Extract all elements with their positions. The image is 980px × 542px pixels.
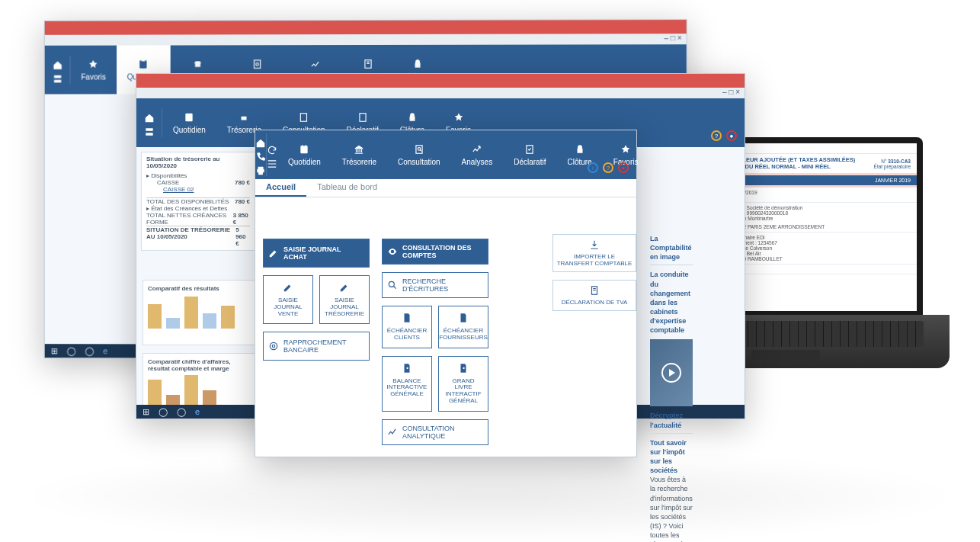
pencil-icon — [283, 282, 293, 293]
bank-icon — [354, 144, 364, 155]
svg-rect-0 — [139, 60, 146, 68]
svg-rect-6 — [300, 113, 306, 121]
phone-icon[interactable] — [255, 152, 266, 162]
tab-label: Consultation — [398, 158, 440, 166]
doc-icon — [458, 313, 469, 323]
svg-rect-9 — [302, 145, 303, 146]
quick-links: IMPORTER LE TRANSFERT COMPTABLE DÉCLARAT… — [552, 234, 636, 444]
card-rapprochement[interactable]: RAPPROCHEMENT BANCAIRE — [263, 332, 370, 361]
svg-point-15 — [272, 345, 275, 348]
lock-icon — [575, 144, 585, 155]
card-label: ÉCHÉANCIER CLIENTS — [387, 328, 427, 342]
card-label: CONSULTATION ANALYTIQUE — [402, 425, 483, 440]
calendar-icon — [299, 144, 309, 155]
card-saisie-vente[interactable]: SAISIE JOURNAL VENTE — [263, 275, 313, 324]
card-label: DÉCLARATION DE TVA — [562, 299, 628, 306]
feed-section-title: La Comptabilité en image — [650, 234, 693, 261]
info-badge-icon[interactable]: i — [588, 162, 598, 173]
doc-search-icon — [458, 363, 469, 374]
trend-icon — [472, 144, 482, 155]
card-balance[interactable]: BALANCE INTERACTIVE GÉNÉRALE — [382, 356, 432, 412]
article-heading: Tout savoir sur l'impôt sur les sociétés — [650, 439, 687, 474]
svg-rect-8 — [301, 146, 308, 153]
pencil-icon — [339, 282, 350, 293]
warn-badge-icon[interactable]: ? — [603, 162, 613, 173]
search-icon — [387, 280, 398, 290]
home-icon[interactable] — [255, 138, 266, 149]
print-icon[interactable] — [255, 165, 266, 176]
tab-consultation[interactable]: Consultation — [387, 130, 451, 179]
sub-tabs: Accueil Tableau de bord — [255, 179, 636, 197]
feed-caption: La conduite du changement dans les cabin… — [650, 271, 690, 334]
svg-rect-10 — [306, 145, 306, 146]
doc-check-icon — [524, 144, 535, 155]
target-icon — [268, 341, 279, 351]
svg-point-17 — [406, 367, 408, 368]
star-icon — [620, 144, 631, 155]
tab-label: Quotidien — [288, 158, 321, 166]
main-window: Quotidien Trésorerie Consultation Analys… — [255, 130, 637, 457]
card-label: CONSULTATION DES COMPTES — [402, 244, 483, 259]
card-ech-fournisseurs[interactable]: ÉCHÉANCIER FOURNISSEURS — [438, 306, 488, 348]
card-label: GRAND LIVRE INTERACTIF GÉNÉRAL — [444, 378, 483, 405]
card-label: BALANCE INTERACTIVE GÉNÉRALE — [387, 378, 428, 398]
svg-point-18 — [463, 367, 464, 368]
svg-point-3 — [255, 63, 258, 66]
doc-search-icon — [402, 363, 412, 374]
ribbon: Quotidien Trésorerie Consultation Analys… — [255, 130, 636, 179]
card-import-transfert[interactable]: IMPORTER LE TRANSFERT COMPTABLE — [552, 234, 636, 272]
doc-icon — [402, 313, 412, 323]
svg-rect-5 — [186, 113, 193, 121]
tab-label: Analyses — [462, 158, 493, 166]
tab-label: Trésorerie — [342, 158, 376, 166]
tab-analyses[interactable]: Analyses — [451, 130, 504, 179]
card-label: RAPPROCHEMENT BANCAIRE — [283, 338, 364, 354]
tab-label: Déclaratif — [514, 158, 546, 166]
card-grand-livre[interactable]: GRAND LIVRE INTERACTIF GÉNÉRAL — [438, 356, 488, 412]
card-saisie-achat[interactable]: SAISIE JOURNAL ACHAT — [263, 239, 370, 268]
eye-icon — [387, 246, 398, 257]
card-label: IMPORTER LE TRANSFERT COMPTABLE — [556, 253, 633, 267]
subtab-tableau[interactable]: Tableau de bord — [306, 179, 388, 197]
svg-rect-2 — [254, 59, 260, 67]
card-label: RECHERCHE D'ÉCRITURES — [402, 277, 483, 293]
card-label: ÉCHÉANCIER FOURNISSEURS — [439, 328, 488, 342]
subtab-accueil[interactable]: Accueil — [255, 179, 306, 197]
card-label: SAISIE JOURNAL TRÉSORERIE — [325, 297, 364, 317]
card-consult-comptes[interactable]: CONSULTATION DES COMPTES — [382, 239, 488, 265]
svg-rect-11 — [416, 145, 422, 153]
col-saisie: SAISIE JOURNAL ACHAT SAISIE JOURNAL VENT… — [263, 239, 370, 440]
play-icon — [661, 363, 681, 383]
card-ech-clients[interactable]: ÉCHÉANCIER CLIENTS — [382, 306, 432, 348]
quick-tools — [255, 133, 267, 176]
menu-icon[interactable] — [267, 159, 277, 169]
alert-badge-icon[interactable]: ● — [618, 162, 629, 173]
card-label: SAISIE JOURNAL VENTE — [268, 297, 308, 317]
feed-section-title: Décryptez l'actualité — [650, 411, 693, 429]
tab-tresorerie[interactable]: Trésorerie — [331, 130, 387, 179]
tab-declaratif[interactable]: Déclaratif — [503, 130, 556, 179]
news-feed: La Comptabilité en image La conduite du … — [650, 234, 693, 444]
col-consultation: CONSULTATION DES COMPTES RECHERCHE D'ÉCR… — [382, 239, 488, 440]
pencil-icon — [268, 248, 279, 258]
doc-icon — [589, 285, 600, 296]
video-thumbnail[interactable] — [650, 339, 693, 406]
doc-search-icon — [414, 144, 424, 155]
sync-icon[interactable] — [267, 145, 277, 156]
svg-rect-7 — [360, 113, 366, 121]
ribbon-badges: i ? ● — [588, 162, 629, 173]
tab-quotidien[interactable]: Quotidien — [277, 130, 331, 179]
card-label: SAISIE JOURNAL ACHAT — [283, 245, 364, 261]
svg-rect-1 — [142, 59, 146, 61]
card-recherche[interactable]: RECHERCHE D'ÉCRITURES — [382, 272, 488, 298]
article-text: Vous êtes à la recherche d'informations … — [650, 475, 693, 542]
svg-point-14 — [270, 343, 277, 350]
import-icon — [589, 239, 600, 250]
card-declaration-tva[interactable]: DÉCLARATION DE TVA — [552, 280, 636, 311]
trend-icon — [387, 427, 398, 438]
card-saisie-tresorerie[interactable]: SAISIE JOURNAL TRÉSORERIE — [319, 275, 370, 324]
card-consult-analytique[interactable]: CONSULTATION ANALYTIQUE — [382, 419, 488, 445]
svg-point-16 — [389, 281, 394, 287]
